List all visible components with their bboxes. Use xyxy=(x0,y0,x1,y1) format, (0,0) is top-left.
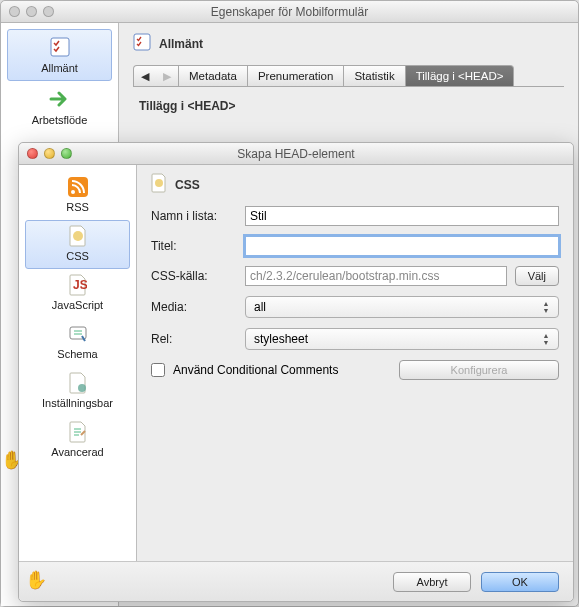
updown-icon: ▲▼ xyxy=(538,297,554,317)
schema-icon xyxy=(67,323,89,345)
svg-point-3 xyxy=(71,190,75,194)
sidebar: RSS CSS JS JavaScript Schema xyxy=(19,165,137,561)
sidebar-item-label: Avancerad xyxy=(51,446,103,458)
zoom-icon[interactable] xyxy=(43,6,54,17)
choose-button[interactable]: Välj xyxy=(515,266,559,286)
sidebar-item-schema[interactable]: Schema xyxy=(25,318,130,367)
sidebar-item-label: JavaScript xyxy=(52,299,103,311)
chevron-right-icon[interactable]: ▶ xyxy=(156,67,178,86)
file-gear-icon xyxy=(67,372,89,394)
checklist-icon xyxy=(133,33,151,55)
checklist-icon xyxy=(49,36,71,58)
css-file-icon xyxy=(67,225,89,247)
cancel-button[interactable]: Avbryt xyxy=(393,572,471,592)
svg-point-4 xyxy=(73,231,83,241)
tab-nav[interactable]: ◀ ▶ xyxy=(133,65,179,86)
tab-metadata[interactable]: Metadata xyxy=(179,65,248,86)
sidebar-item-label: Schema xyxy=(57,348,97,360)
dialog-footer: ✋ Avbryt OK xyxy=(19,561,573,601)
svg-point-7 xyxy=(78,384,86,392)
sidebar-item-configurable[interactable]: Inställningsbar xyxy=(25,367,130,416)
arrow-right-icon xyxy=(49,88,71,110)
sidebar-item-rss[interactable]: RSS xyxy=(25,171,130,220)
minimize-icon[interactable] xyxy=(44,148,55,159)
sidebar-item-label: RSS xyxy=(66,201,89,213)
css-file-icon xyxy=(151,173,167,196)
svg-rect-0 xyxy=(51,38,69,56)
label-title: Titel: xyxy=(151,239,237,253)
svg-point-8 xyxy=(155,179,163,187)
sidebar-item-label: Inställningsbar xyxy=(42,397,113,409)
titlebar[interactable]: Skapa HEAD-element xyxy=(19,143,573,165)
window-title: Skapa HEAD-element xyxy=(19,147,573,161)
js-file-icon: JS xyxy=(67,274,89,296)
close-icon[interactable] xyxy=(9,6,20,17)
titlebar[interactable]: Egenskaper för Mobilformulär xyxy=(1,1,578,23)
source-input[interactable] xyxy=(245,266,507,286)
chevron-left-icon[interactable]: ◀ xyxy=(134,67,156,86)
sidebar-item-label: CSS xyxy=(66,250,89,262)
svg-rect-1 xyxy=(134,34,150,50)
fieldset-title: Tillägg i <HEAD> xyxy=(139,99,564,113)
minimize-icon[interactable] xyxy=(26,6,37,17)
conditional-comments-checkbox[interactable] xyxy=(151,363,165,377)
section-title: Allmänt xyxy=(133,33,564,55)
sidebar-item-javascript[interactable]: JS JavaScript xyxy=(25,269,130,318)
create-head-element-dialog: Skapa HEAD-element RSS CSS JS JavaScript xyxy=(18,142,574,602)
updown-icon: ▲▼ xyxy=(538,329,554,349)
file-edit-icon xyxy=(67,421,89,443)
media-select[interactable]: all ▲▼ xyxy=(245,296,559,318)
tab-bar: ◀ ▶ Metadata Prenumeration Statistik Til… xyxy=(133,65,564,87)
label-media: Media: xyxy=(151,300,237,314)
svg-text:JS: JS xyxy=(73,278,87,292)
configure-button: Konfigurera xyxy=(399,360,559,380)
name-input[interactable] xyxy=(245,206,559,226)
sidebar-item-label: Arbetsflöde xyxy=(32,114,88,126)
label-source: CSS-källa: xyxy=(151,269,237,283)
checkbox-label: Använd Conditional Comments xyxy=(173,363,338,377)
tab-prenumeration[interactable]: Prenumeration xyxy=(248,65,344,86)
tab-head[interactable]: Tillägg i <HEAD> xyxy=(406,65,515,86)
label-rel: Rel: xyxy=(151,332,237,346)
sidebar-item-css[interactable]: CSS xyxy=(25,220,130,269)
panel-title: CSS xyxy=(151,173,559,196)
sidebar-item-workflow[interactable]: Arbetsflöde xyxy=(7,81,112,133)
hand-icon: ✋ xyxy=(25,569,47,591)
close-icon[interactable] xyxy=(27,148,38,159)
tab-statistik[interactable]: Statistik xyxy=(344,65,405,86)
sidebar-item-general[interactable]: Allmänt xyxy=(7,29,112,81)
window-title: Egenskaper för Mobilformulär xyxy=(1,5,578,19)
label-name: Namn i lista: xyxy=(151,209,237,223)
title-input[interactable] xyxy=(245,236,559,256)
rss-icon xyxy=(67,176,89,198)
form-panel: CSS Namn i lista: Titel: CSS-källa: Välj… xyxy=(137,165,573,561)
sidebar-item-label: Allmänt xyxy=(41,62,78,74)
ok-button[interactable]: OK xyxy=(481,572,559,592)
sidebar-item-advanced[interactable]: Avancerad xyxy=(25,416,130,465)
zoom-icon[interactable] xyxy=(61,148,72,159)
rel-select[interactable]: stylesheet ▲▼ xyxy=(245,328,559,350)
